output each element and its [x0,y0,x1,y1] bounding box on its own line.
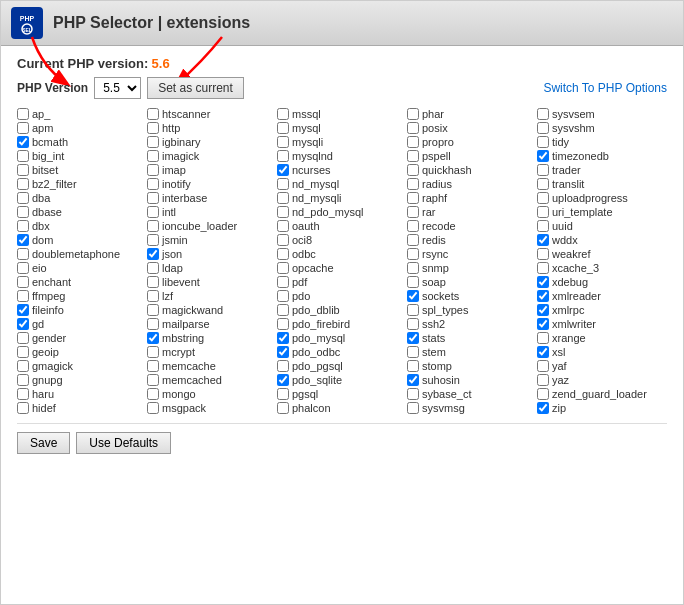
ext-checkbox-haru[interactable] [17,388,29,400]
ext-checkbox-xmlwriter[interactable] [537,318,549,330]
ext-checkbox-xmlrpc[interactable] [537,304,549,316]
ext-checkbox-intl[interactable] [147,206,159,218]
ext-checkbox-weakref[interactable] [537,248,549,260]
ext-checkbox-radius[interactable] [407,178,419,190]
ext-checkbox-xsl[interactable] [537,346,549,358]
ext-checkbox-json[interactable] [147,248,159,260]
version-select[interactable]: 5.55.67.07.17.2 [94,77,141,99]
ext-checkbox-timezonedb[interactable] [537,150,549,162]
ext-checkbox-inotify[interactable] [147,178,159,190]
ext-checkbox-jsmin[interactable] [147,234,159,246]
ext-checkbox-eio[interactable] [17,262,29,274]
ext-checkbox-soap[interactable] [407,276,419,288]
ext-checkbox-pgsql[interactable] [277,388,289,400]
ext-checkbox-uri_template[interactable] [537,206,549,218]
ext-checkbox-gmagick[interactable] [17,360,29,372]
ext-checkbox-mysql[interactable] [277,122,289,134]
ext-checkbox-fileinfo[interactable] [17,304,29,316]
ext-checkbox-suhosin[interactable] [407,374,419,386]
ext-checkbox-dbase[interactable] [17,206,29,218]
use-defaults-button[interactable]: Use Defaults [76,432,171,454]
ext-checkbox-zip[interactable] [537,402,549,414]
ext-checkbox-msgpack[interactable] [147,402,159,414]
ext-checkbox-trader[interactable] [537,164,549,176]
ext-checkbox-tidy[interactable] [537,136,549,148]
ext-checkbox-sysvshm[interactable] [537,122,549,134]
ext-checkbox-http[interactable] [147,122,159,134]
ext-checkbox-ffmpeg[interactable] [17,290,29,302]
ext-checkbox-mysqli[interactable] [277,136,289,148]
ext-checkbox-phar[interactable] [407,108,419,120]
ext-checkbox-dbx[interactable] [17,220,29,232]
ext-checkbox-gd[interactable] [17,318,29,330]
ext-checkbox-mssql[interactable] [277,108,289,120]
ext-checkbox-doublemetaphone[interactable] [17,248,29,260]
ext-checkbox-quickhash[interactable] [407,164,419,176]
ext-checkbox-yaf[interactable] [537,360,549,372]
ext-checkbox-stats[interactable] [407,332,419,344]
ext-checkbox-propro[interactable] [407,136,419,148]
ext-checkbox-big_int[interactable] [17,150,29,162]
ext-checkbox-ioncube_loader[interactable] [147,220,159,232]
ext-checkbox-mailparse[interactable] [147,318,159,330]
switch-to-php-options-link[interactable]: Switch To PHP Options [543,81,667,95]
ext-checkbox-stem[interactable] [407,346,419,358]
ext-checkbox-bcmath[interactable] [17,136,29,148]
ext-checkbox-nd_mysql[interactable] [277,178,289,190]
ext-checkbox-ap_[interactable] [17,108,29,120]
ext-checkbox-pdf[interactable] [277,276,289,288]
ext-checkbox-stomp[interactable] [407,360,419,372]
ext-checkbox-uuid[interactable] [537,220,549,232]
ext-checkbox-ldap[interactable] [147,262,159,274]
ext-checkbox-redis[interactable] [407,234,419,246]
ext-checkbox-raphf[interactable] [407,192,419,204]
set-current-button[interactable]: Set as current [147,77,244,99]
ext-checkbox-gender[interactable] [17,332,29,344]
ext-checkbox-wddx[interactable] [537,234,549,246]
ext-checkbox-mongo[interactable] [147,388,159,400]
ext-checkbox-pdo_odbc[interactable] [277,346,289,358]
ext-checkbox-mcrypt[interactable] [147,346,159,358]
ext-checkbox-interbase[interactable] [147,192,159,204]
ext-checkbox-apm[interactable] [17,122,29,134]
ext-checkbox-imagick[interactable] [147,150,159,162]
ext-checkbox-geoip[interactable] [17,346,29,358]
ext-checkbox-sybase_ct[interactable] [407,388,419,400]
ext-checkbox-pspell[interactable] [407,150,419,162]
ext-checkbox-translit[interactable] [537,178,549,190]
ext-checkbox-xmlreader[interactable] [537,290,549,302]
ext-checkbox-imap[interactable] [147,164,159,176]
ext-checkbox-oauth[interactable] [277,220,289,232]
ext-checkbox-opcache[interactable] [277,262,289,274]
ext-checkbox-hidef[interactable] [17,402,29,414]
ext-checkbox-nd_pdo_mysql[interactable] [277,206,289,218]
ext-checkbox-phalcon[interactable] [277,402,289,414]
ext-checkbox-nd_mysqli[interactable] [277,192,289,204]
ext-checkbox-pdo_sqlite[interactable] [277,374,289,386]
ext-checkbox-gnupg[interactable] [17,374,29,386]
ext-checkbox-rsync[interactable] [407,248,419,260]
ext-checkbox-xcache_3[interactable] [537,262,549,274]
ext-checkbox-bitset[interactable] [17,164,29,176]
ext-checkbox-xrange[interactable] [537,332,549,344]
ext-checkbox-pdo_mysql[interactable] [277,332,289,344]
ext-checkbox-spl_types[interactable] [407,304,419,316]
ext-checkbox-rar[interactable] [407,206,419,218]
ext-checkbox-magickwand[interactable] [147,304,159,316]
ext-checkbox-pdo_dblib[interactable] [277,304,289,316]
ext-checkbox-sysvsem[interactable] [537,108,549,120]
ext-checkbox-memcached[interactable] [147,374,159,386]
ext-checkbox-zend_guard_loader[interactable] [537,388,549,400]
ext-checkbox-bz2_filter[interactable] [17,178,29,190]
save-button[interactable]: Save [17,432,70,454]
ext-checkbox-sockets[interactable] [407,290,419,302]
ext-checkbox-pdo_firebird[interactable] [277,318,289,330]
ext-checkbox-mysqlnd[interactable] [277,150,289,162]
ext-checkbox-posix[interactable] [407,122,419,134]
ext-checkbox-enchant[interactable] [17,276,29,288]
ext-checkbox-ncurses[interactable] [277,164,289,176]
ext-checkbox-snmp[interactable] [407,262,419,274]
ext-checkbox-dba[interactable] [17,192,29,204]
ext-checkbox-dom[interactable] [17,234,29,246]
ext-checkbox-mbstring[interactable] [147,332,159,344]
